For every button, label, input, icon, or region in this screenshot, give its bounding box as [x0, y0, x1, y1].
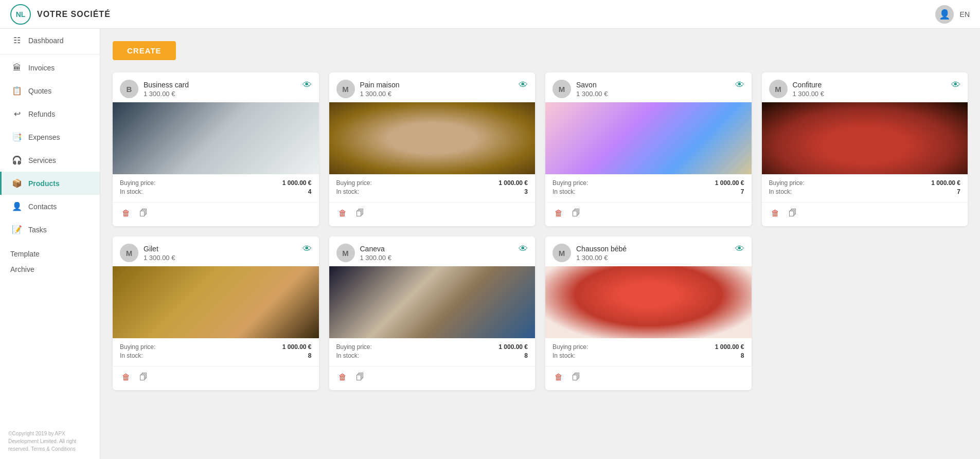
delete-button[interactable]: 🗑 — [120, 371, 132, 384]
services-icon: 🎧 — [12, 155, 22, 165]
sidebar-item-products[interactable]: 📦 Products — [0, 172, 100, 195]
view-icon[interactable]: 👁 — [302, 80, 312, 90]
sidebar-item-dashboard[interactable]: ☷ Dashboard — [0, 29, 100, 52]
product-card-chausson-bebe: M Chausson bébé 1 300.00 € 👁 Buying pric… — [545, 236, 752, 390]
in-stock-label: In stock: — [553, 188, 576, 195]
sidebar-item-services[interactable]: 🎧 Services — [0, 149, 100, 172]
sidebar-item-label: Tasks — [28, 226, 47, 234]
sidebar: ☷ Dashboard 🏛 Invoices 📋 Quotes ↩ Refund… — [0, 29, 100, 459]
copy-button[interactable]: 🗍 — [137, 207, 150, 220]
stock-value: 7 — [741, 188, 744, 195]
card-name: Chausson bébé — [576, 245, 627, 253]
card-body: Buying price: 1 000.00 € In stock: 7 — [762, 174, 968, 200]
buying-price-row: Buying price: 1 000.00 € — [553, 343, 744, 351]
template-section-label[interactable]: Template — [10, 250, 40, 258]
stock-value: 8 — [741, 352, 744, 359]
product-image — [329, 102, 536, 174]
delete-button[interactable]: 🗑 — [769, 207, 781, 220]
card-sale-price: 1 300.00 € — [144, 254, 175, 262]
product-card-savon: M Savon 1 300.00 € 👁 Buying price: 1 000… — [545, 72, 752, 226]
app-header: NL VOTRE SOCIÉTÉ 👤 EN — [0, 0, 980, 29]
card-avatar: B — [120, 80, 138, 98]
delete-button[interactable]: 🗑 — [336, 371, 349, 384]
copy-button[interactable]: 🗍 — [137, 371, 150, 384]
sidebar-item-label: Refunds — [28, 110, 55, 118]
sidebar-item-expenses[interactable]: 📑 Expenses — [0, 125, 100, 149]
sidebar-item-contacts[interactable]: 👤 Contacts — [0, 195, 100, 218]
sidebar-item-label: Quotes — [28, 87, 51, 95]
copy-button[interactable]: 🗍 — [570, 371, 582, 384]
card-actions: 🗑 🗍 — [329, 202, 536, 226]
card-header: M Pain maison 1 300.00 € 👁 — [329, 72, 536, 102]
card-title-block: Savon 1 300.00 € — [576, 81, 608, 98]
card-header-left: M Savon 1 300.00 € — [553, 80, 608, 98]
copy-button[interactable]: 🗍 — [354, 371, 366, 384]
card-avatar: M — [553, 80, 571, 98]
buying-price-value: 1 000.00 € — [498, 179, 528, 187]
product-card-gilet: M Gilet 1 300.00 € 👁 Buying price: 1 000… — [113, 236, 319, 390]
view-icon[interactable]: 👁 — [951, 80, 960, 90]
in-stock-label: In stock: — [120, 352, 143, 359]
card-actions: 🗑 🗍 — [762, 202, 968, 226]
delete-button[interactable]: 🗑 — [336, 207, 349, 220]
buying-price-value: 1 000.00 € — [715, 343, 744, 351]
card-name: Business card — [144, 81, 189, 89]
buying-price-label: Buying price: — [769, 179, 805, 187]
sidebar-item-invoices[interactable]: 🏛 Invoices — [0, 57, 100, 79]
buying-price-row: Buying price: 1 000.00 € — [553, 179, 744, 187]
view-icon[interactable]: 👁 — [519, 80, 528, 90]
view-icon[interactable]: 👁 — [519, 244, 528, 254]
archive-section-label[interactable]: Archive — [10, 265, 34, 273]
buying-price-row: Buying price: 1 000.00 € — [769, 179, 961, 187]
card-actions: 🗑 🗍 — [113, 202, 319, 226]
card-header-left: M Confiture 1 300.00 € — [769, 80, 824, 98]
delete-button[interactable]: 🗑 — [553, 207, 565, 220]
card-header-left: B Business card 1 300.00 € — [120, 80, 189, 98]
company-name: VOTRE SOCIÉTÉ — [37, 10, 111, 19]
language-selector[interactable]: EN — [960, 10, 970, 19]
delete-button[interactable]: 🗑 — [120, 207, 132, 220]
product-image — [329, 266, 536, 338]
sidebar-item-refunds[interactable]: ↩ Refunds — [0, 102, 100, 125]
stock-row: In stock: 7 — [553, 188, 744, 195]
main-content: CREATE B Business card 1 300.00 € 👁 Buyi… — [100, 29, 980, 459]
card-name: Confiture — [793, 81, 824, 89]
stock-row: In stock: 8 — [120, 352, 312, 359]
dashboard-icon: ☷ — [12, 35, 22, 45]
buying-price-row: Buying price: 1 000.00 € — [336, 179, 528, 187]
card-sale-price: 1 300.00 € — [360, 90, 400, 98]
card-image — [113, 266, 319, 338]
card-body: Buying price: 1 000.00 € In stock: 3 — [329, 174, 536, 200]
sidebar-item-label: Invoices — [28, 64, 55, 72]
card-body: Buying price: 1 000.00 € In stock: 4 — [113, 174, 319, 200]
sidebar-item-label: Contacts — [28, 203, 57, 211]
view-icon[interactable]: 👁 — [302, 244, 312, 254]
sidebar-item-quotes[interactable]: 📋 Quotes — [0, 79, 100, 102]
card-actions: 🗑 🗍 — [113, 366, 319, 390]
stock-row: In stock: 8 — [336, 352, 528, 359]
contacts-icon: 👤 — [12, 201, 22, 211]
copy-button[interactable]: 🗍 — [354, 207, 366, 220]
copy-button[interactable]: 🗍 — [570, 207, 582, 220]
stock-row: In stock: 8 — [553, 352, 744, 359]
sidebar-item-tasks[interactable]: 📝 Tasks — [0, 218, 100, 241]
card-avatar: M — [336, 244, 355, 262]
stock-value: 8 — [524, 352, 528, 359]
view-icon[interactable]: 👁 — [735, 80, 744, 90]
card-title-block: Pain maison 1 300.00 € — [360, 81, 400, 98]
sidebar-nav: ☷ Dashboard 🏛 Invoices 📋 Quotes ↩ Refund… — [0, 29, 100, 241]
user-avatar[interactable]: 👤 — [935, 5, 954, 24]
card-title-block: Gilet 1 300.00 € — [144, 245, 175, 262]
stock-row: In stock: 7 — [769, 188, 961, 195]
delete-button[interactable]: 🗑 — [553, 371, 565, 384]
card-avatar: M — [769, 80, 788, 98]
stock-row: In stock: 3 — [336, 188, 528, 195]
quotes-icon: 📋 — [12, 86, 22, 96]
copy-button[interactable]: 🗍 — [787, 207, 799, 220]
view-icon[interactable]: 👁 — [735, 244, 744, 254]
create-button[interactable]: CREATE — [113, 41, 176, 60]
card-image — [545, 102, 752, 174]
in-stock-label: In stock: — [120, 188, 143, 195]
product-image — [113, 102, 319, 174]
card-avatar: M — [336, 80, 355, 98]
